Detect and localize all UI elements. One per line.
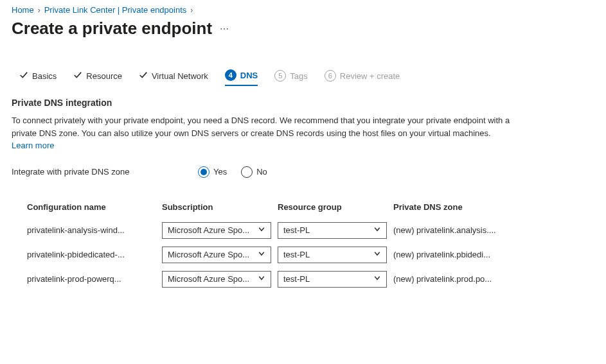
- select-value: test-PL: [283, 250, 310, 259]
- chevron-down-icon: [373, 225, 381, 235]
- table-row: privatelink-prod-powerq... Microsoft Azu…: [27, 267, 586, 291]
- subscription-select[interactable]: Microsoft Azure Spo...: [162, 247, 271, 263]
- tab-label: DNS: [240, 71, 258, 80]
- section-description: To connect privately with your private e…: [12, 114, 513, 152]
- table-header: Configuration name Subscription Resource…: [27, 197, 586, 218]
- table-row: privatelink-analysis-wind... Microsoft A…: [27, 218, 586, 243]
- chevron-right-icon: ›: [38, 6, 40, 15]
- check-icon: [73, 71, 82, 82]
- breadcrumb-home[interactable]: Home: [12, 5, 34, 15]
- breadcrumb-private-link-center[interactable]: Private Link Center | Private endpoints: [44, 5, 187, 15]
- radio-label: No: [256, 167, 267, 177]
- chevron-down-icon: [373, 250, 381, 259]
- col-subscription: Subscription: [162, 202, 271, 212]
- tab-tags[interactable]: 5 Tags: [274, 70, 307, 85]
- integrate-dns-field: Integrate with private DNS zone Yes No: [12, 166, 594, 178]
- table-row: privatelink-pbidedicated-... Microsoft A…: [27, 243, 586, 267]
- col-configuration-name: Configuration name: [27, 202, 156, 212]
- radio-label: Yes: [213, 167, 227, 177]
- config-name: privatelink-prod-powerq...: [27, 274, 156, 284]
- select-value: Microsoft Azure Spo...: [168, 250, 249, 259]
- dns-zone-value: (new) privatelink.analysis....: [393, 225, 509, 235]
- dns-config-table: Configuration name Subscription Resource…: [27, 197, 586, 291]
- tab-label: Virtual Network: [152, 71, 208, 81]
- config-name: privatelink-pbidedicated-...: [27, 250, 156, 259]
- radio-no[interactable]: No: [241, 166, 267, 178]
- learn-more-link[interactable]: Learn more: [12, 141, 54, 150]
- radio-group-integrate-dns: Yes No: [198, 166, 267, 178]
- chevron-down-icon: [373, 274, 381, 284]
- tab-bar: Basics Resource Virtual Network 4 DNS 5 …: [12, 69, 594, 86]
- description-text: To connect privately with your private e…: [12, 116, 510, 138]
- tab-label: Resource: [86, 71, 122, 81]
- tab-basics[interactable]: Basics: [19, 71, 57, 85]
- section-title-dns-integration: Private DNS integration: [12, 98, 594, 108]
- select-value: Microsoft Azure Spo...: [168, 225, 249, 235]
- select-value: Microsoft Azure Spo...: [168, 274, 249, 284]
- tab-label: Basics: [32, 71, 57, 81]
- resource-group-select[interactable]: test-PL: [278, 222, 387, 239]
- tab-resource[interactable]: Resource: [73, 71, 122, 85]
- page-title-row: Create a private endpoint ⋯: [12, 19, 594, 39]
- config-name: privatelink-analysis-wind...: [27, 225, 156, 235]
- chevron-down-icon: [258, 225, 265, 235]
- col-resource-group: Resource group: [278, 202, 387, 212]
- more-actions-icon[interactable]: ⋯: [220, 24, 229, 34]
- chevron-down-icon: [258, 274, 265, 284]
- chevron-right-icon: ›: [190, 6, 193, 15]
- tab-dns[interactable]: 4 DNS: [225, 69, 258, 86]
- tab-label: Tags: [290, 71, 307, 81]
- radio-icon: [198, 166, 209, 178]
- step-number-icon: 6: [325, 70, 336, 82]
- subscription-select[interactable]: Microsoft Azure Spo...: [162, 271, 271, 288]
- chevron-down-icon: [258, 250, 265, 259]
- radio-icon: [241, 166, 253, 178]
- radio-yes[interactable]: Yes: [198, 166, 227, 178]
- tab-label: Review + create: [340, 71, 400, 81]
- page-title: Create a private endpoint: [12, 19, 212, 39]
- subscription-select[interactable]: Microsoft Azure Spo...: [162, 222, 271, 239]
- col-private-dns-zone: Private DNS zone: [393, 202, 509, 212]
- resource-group-select[interactable]: test-PL: [278, 247, 387, 263]
- tab-review-create[interactable]: 6 Review + create: [325, 70, 400, 85]
- dns-zone-value: (new) privatelink.pbidedi...: [393, 250, 509, 259]
- field-label-integrate-dns: Integrate with private DNS zone: [12, 167, 172, 177]
- check-icon: [19, 71, 28, 82]
- step-number-icon: 4: [225, 69, 236, 81]
- tab-virtual-network[interactable]: Virtual Network: [139, 71, 208, 85]
- select-value: test-PL: [283, 274, 310, 284]
- resource-group-select[interactable]: test-PL: [278, 271, 387, 288]
- select-value: test-PL: [283, 225, 310, 235]
- check-icon: [139, 71, 148, 82]
- breadcrumb: Home › Private Link Center | Private end…: [12, 5, 594, 15]
- step-number-icon: 5: [274, 70, 286, 82]
- dns-zone-value: (new) privatelink.prod.po...: [393, 274, 509, 284]
